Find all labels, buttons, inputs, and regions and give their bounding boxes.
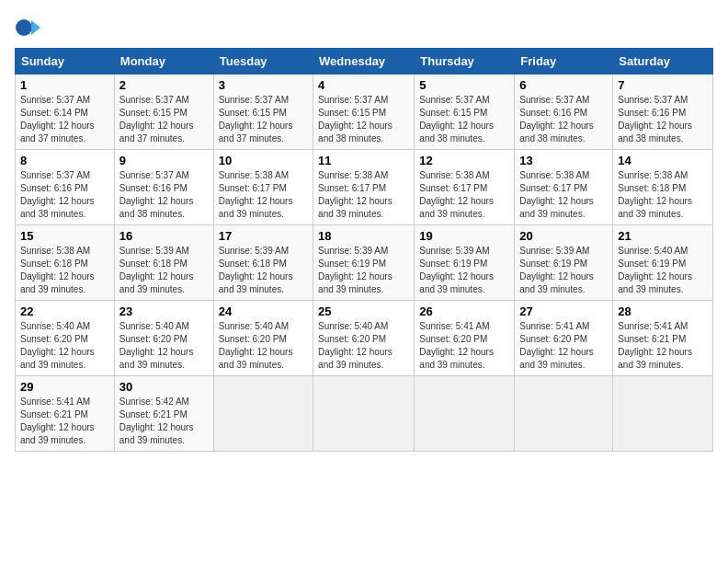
day-detail: Sunrise: 5:38 AMSunset: 6:17 PMDaylight:… <box>519 170 594 219</box>
day-detail: Sunrise: 5:40 AMSunset: 6:19 PMDaylight:… <box>618 246 692 294</box>
calendar-cell <box>313 376 415 452</box>
day-detail: Sunrise: 5:42 AMSunset: 6:21 PMDaylight:… <box>119 396 194 445</box>
day-number: 24 <box>219 304 308 318</box>
col-header-sunday: Sunday <box>16 49 115 75</box>
day-number: 10 <box>219 154 308 167</box>
calendar-cell <box>213 376 313 452</box>
col-header-wednesday: Wednesday <box>313 49 415 75</box>
day-number: 6 <box>519 78 608 92</box>
calendar-cell: 29 Sunrise: 5:41 AMSunset: 6:21 PMDaylig… <box>16 376 115 452</box>
day-number: 28 <box>618 304 708 318</box>
calendar-cell: 8 Sunrise: 5:37 AMSunset: 6:16 PMDayligh… <box>16 150 115 225</box>
col-header-saturday: Saturday <box>613 49 713 75</box>
calendar-cell <box>515 376 613 452</box>
logo-icon <box>15 15 40 40</box>
day-number: 20 <box>519 229 608 243</box>
calendar-cell: 10 Sunrise: 5:38 AMSunset: 6:17 PMDaylig… <box>213 150 313 225</box>
calendar-cell: 16 Sunrise: 5:39 AMSunset: 6:18 PMDaylig… <box>114 225 213 301</box>
calendar-cell: 13 Sunrise: 5:38 AMSunset: 6:17 PMDaylig… <box>515 150 613 225</box>
day-number: 16 <box>119 229 209 243</box>
svg-point-0 <box>16 19 32 36</box>
day-detail: Sunrise: 5:37 AMSunset: 6:14 PMDaylight:… <box>20 95 95 144</box>
day-number: 30 <box>119 380 209 394</box>
col-header-monday: Monday <box>114 49 213 75</box>
calendar-cell: 21 Sunrise: 5:40 AMSunset: 6:19 PMDaylig… <box>613 225 713 301</box>
day-detail: Sunrise: 5:38 AMSunset: 6:18 PMDaylight:… <box>618 170 692 219</box>
day-number: 15 <box>20 229 109 243</box>
day-detail: Sunrise: 5:39 AMSunset: 6:19 PMDaylight:… <box>419 246 494 294</box>
calendar-cell: 20 Sunrise: 5:39 AMSunset: 6:19 PMDaylig… <box>515 225 613 301</box>
day-detail: Sunrise: 5:39 AMSunset: 6:19 PMDaylight:… <box>519 246 594 294</box>
day-number: 7 <box>618 78 708 92</box>
day-detail: Sunrise: 5:40 AMSunset: 6:20 PMDaylight:… <box>318 321 392 370</box>
day-number: 18 <box>318 229 409 243</box>
day-number: 13 <box>519 154 608 167</box>
svg-marker-1 <box>31 20 40 35</box>
day-detail: Sunrise: 5:41 AMSunset: 6:20 PMDaylight:… <box>419 321 494 370</box>
day-detail: Sunrise: 5:41 AMSunset: 6:21 PMDaylight:… <box>618 321 692 370</box>
day-detail: Sunrise: 5:39 AMSunset: 6:18 PMDaylight:… <box>219 246 293 294</box>
col-header-thursday: Thursday <box>415 49 515 75</box>
calendar-cell: 4 Sunrise: 5:37 AMSunset: 6:15 PMDayligh… <box>313 75 415 150</box>
calendar-cell: 26 Sunrise: 5:41 AMSunset: 6:20 PMDaylig… <box>415 301 515 376</box>
day-number: 25 <box>318 304 409 318</box>
day-number: 8 <box>20 154 109 167</box>
calendar-cell: 6 Sunrise: 5:37 AMSunset: 6:16 PMDayligh… <box>515 75 613 150</box>
day-number: 21 <box>618 229 708 243</box>
day-number: 5 <box>419 78 509 92</box>
day-detail: Sunrise: 5:38 AMSunset: 6:17 PMDaylight:… <box>419 170 494 219</box>
day-number: 9 <box>119 154 209 167</box>
calendar-cell: 17 Sunrise: 5:39 AMSunset: 6:18 PMDaylig… <box>213 225 313 301</box>
calendar-cell: 7 Sunrise: 5:37 AMSunset: 6:16 PMDayligh… <box>613 75 713 150</box>
day-detail: Sunrise: 5:37 AMSunset: 6:15 PMDaylight:… <box>119 95 194 144</box>
day-detail: Sunrise: 5:41 AMSunset: 6:20 PMDaylight:… <box>519 321 594 370</box>
calendar-cell: 23 Sunrise: 5:40 AMSunset: 6:20 PMDaylig… <box>114 301 213 376</box>
day-number: 19 <box>419 229 509 243</box>
calendar-cell: 3 Sunrise: 5:37 AMSunset: 6:15 PMDayligh… <box>213 75 313 150</box>
calendar-cell: 25 Sunrise: 5:40 AMSunset: 6:20 PMDaylig… <box>313 301 415 376</box>
day-detail: Sunrise: 5:37 AMSunset: 6:16 PMDaylight:… <box>119 170 194 219</box>
day-detail: Sunrise: 5:39 AMSunset: 6:18 PMDaylight:… <box>119 246 194 294</box>
calendar-cell: 30 Sunrise: 5:42 AMSunset: 6:21 PMDaylig… <box>114 376 213 452</box>
header <box>15 15 713 40</box>
day-number: 12 <box>419 154 509 167</box>
day-detail: Sunrise: 5:37 AMSunset: 6:15 PMDaylight:… <box>318 95 392 144</box>
day-detail: Sunrise: 5:37 AMSunset: 6:15 PMDaylight:… <box>419 95 494 144</box>
calendar-cell: 11 Sunrise: 5:38 AMSunset: 6:17 PMDaylig… <box>313 150 415 225</box>
day-detail: Sunrise: 5:41 AMSunset: 6:21 PMDaylight:… <box>20 396 95 445</box>
day-detail: Sunrise: 5:38 AMSunset: 6:17 PMDaylight:… <box>219 170 293 219</box>
calendar-cell: 22 Sunrise: 5:40 AMSunset: 6:20 PMDaylig… <box>16 301 115 376</box>
calendar-cell: 19 Sunrise: 5:39 AMSunset: 6:19 PMDaylig… <box>415 225 515 301</box>
day-number: 11 <box>318 154 409 167</box>
calendar-cell: 18 Sunrise: 5:39 AMSunset: 6:19 PMDaylig… <box>313 225 415 301</box>
calendar-cell: 9 Sunrise: 5:37 AMSunset: 6:16 PMDayligh… <box>114 150 213 225</box>
calendar-cell: 1 Sunrise: 5:37 AMSunset: 6:14 PMDayligh… <box>16 75 115 150</box>
calendar-table: SundayMondayTuesdayWednesdayThursdayFrid… <box>15 48 713 452</box>
day-number: 27 <box>519 304 608 318</box>
day-detail: Sunrise: 5:40 AMSunset: 6:20 PMDaylight:… <box>20 321 95 370</box>
day-detail: Sunrise: 5:40 AMSunset: 6:20 PMDaylight:… <box>119 321 194 370</box>
calendar-cell: 14 Sunrise: 5:38 AMSunset: 6:18 PMDaylig… <box>613 150 713 225</box>
day-detail: Sunrise: 5:37 AMSunset: 6:16 PMDaylight:… <box>20 170 95 219</box>
col-header-friday: Friday <box>515 49 613 75</box>
day-detail: Sunrise: 5:40 AMSunset: 6:20 PMDaylight:… <box>219 321 293 370</box>
day-number: 3 <box>219 78 308 92</box>
calendar-cell: 2 Sunrise: 5:37 AMSunset: 6:15 PMDayligh… <box>114 75 213 150</box>
day-detail: Sunrise: 5:38 AMSunset: 6:17 PMDaylight:… <box>318 170 392 219</box>
day-number: 4 <box>318 78 409 92</box>
calendar-cell: 5 Sunrise: 5:37 AMSunset: 6:15 PMDayligh… <box>415 75 515 150</box>
calendar-cell: 12 Sunrise: 5:38 AMSunset: 6:17 PMDaylig… <box>415 150 515 225</box>
day-number: 17 <box>219 229 308 243</box>
calendar-cell: 15 Sunrise: 5:38 AMSunset: 6:18 PMDaylig… <box>16 225 115 301</box>
day-detail: Sunrise: 5:37 AMSunset: 6:16 PMDaylight:… <box>519 95 594 144</box>
day-detail: Sunrise: 5:37 AMSunset: 6:16 PMDaylight:… <box>618 95 692 144</box>
calendar-cell <box>613 376 713 452</box>
day-number: 29 <box>20 380 109 394</box>
logo <box>15 15 44 40</box>
day-number: 2 <box>119 78 209 92</box>
day-number: 23 <box>119 304 209 318</box>
day-number: 26 <box>419 304 509 318</box>
calendar-cell: 27 Sunrise: 5:41 AMSunset: 6:20 PMDaylig… <box>515 301 613 376</box>
day-detail: Sunrise: 5:37 AMSunset: 6:15 PMDaylight:… <box>219 95 293 144</box>
day-detail: Sunrise: 5:39 AMSunset: 6:19 PMDaylight:… <box>318 246 392 294</box>
